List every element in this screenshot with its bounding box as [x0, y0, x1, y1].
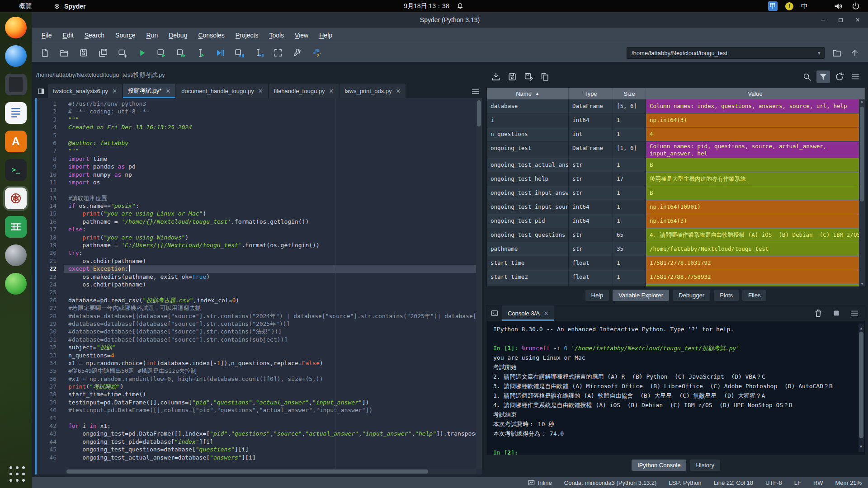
minimize-button[interactable]: [818, 15, 828, 25]
debug-cell-button[interactable]: [232, 46, 246, 60]
remove-console-icon[interactable]: [811, 307, 825, 319]
menu-view[interactable]: View: [289, 29, 314, 41]
console-output[interactable]: IPython 8.30.0 -- An enhanced Interactiv…: [487, 321, 865, 455]
variable-row[interactable]: start_timefloat11758172778.1031792: [487, 256, 865, 270]
menu-projects[interactable]: Projects: [230, 29, 264, 41]
close-icon[interactable]: ✕: [258, 88, 263, 94]
maximize-pane-button[interactable]: [271, 46, 285, 60]
editor-tab[interactable]: laws_print_ods.py✕: [340, 84, 406, 98]
close-icon[interactable]: ✕: [165, 88, 170, 94]
menu-source[interactable]: Source: [110, 29, 141, 41]
calc-icon[interactable]: [5, 216, 27, 238]
python-path-button[interactable]: [310, 46, 324, 60]
scrollbar-thumb[interactable]: [860, 107, 864, 202]
debug-selection-button[interactable]: [252, 46, 265, 60]
power-icon[interactable]: [851, 1, 861, 11]
copy-data-icon[interactable]: [538, 70, 552, 83]
menu-run[interactable]: Run: [141, 29, 163, 41]
variable-row[interactable]: iint641np.int64(3): [487, 113, 865, 127]
save-data-icon[interactable]: [505, 70, 519, 83]
code-area[interactable]: #!/usr/bin/env python3# -*- coding: utf-…: [64, 98, 482, 474]
scrollbar-thumb[interactable]: [859, 332, 863, 438]
menu-file[interactable]: File: [36, 29, 57, 41]
spyder-icon[interactable]: [5, 188, 27, 209]
console-tab[interactable]: Console 3/A ✕: [502, 305, 554, 321]
editor-options-icon[interactable]: [469, 84, 482, 98]
editor-vertical-scrollbar[interactable]: [476, 98, 482, 469]
up-directory-button[interactable]: [848, 46, 862, 60]
activities-overview-button[interactable]: 概覽: [19, 2, 32, 10]
pane-tab-variable-explorer[interactable]: Variable Explorer: [613, 290, 669, 301]
editor-tab[interactable]: 投顧考試.py*✕: [123, 84, 175, 98]
close-button[interactable]: [853, 15, 863, 25]
variable-row[interactable]: subjectstr2投顧: [487, 284, 865, 287]
editor-tab[interactable]: twstock_analysis6.py✕: [48, 84, 122, 98]
close-icon[interactable]: ✕: [544, 310, 549, 317]
close-icon[interactable]: ✕: [396, 88, 401, 94]
status-lsp-python[interactable]: LSP: Python: [669, 479, 701, 486]
console-bottom-tab-ipython-console[interactable]: IPython Console: [632, 460, 686, 471]
status-rw[interactable]: RW: [813, 479, 823, 486]
firefox-icon[interactable]: [5, 17, 27, 38]
status-mem-21-[interactable]: Mem 21%: [835, 479, 862, 486]
variable-row[interactable]: n_questionsint14: [487, 127, 865, 141]
variable-row[interactable]: ongoing_test_input_answerstr1B: [487, 186, 865, 200]
editor-tab[interactable]: filehandle_tougu.py✕: [269, 84, 339, 98]
maximize-button[interactable]: [835, 15, 845, 25]
working-directory-combobox[interactable]: /home/fattabby/Nextcloud/tougu_test ▼: [627, 47, 825, 59]
new-file-button[interactable]: [38, 46, 52, 60]
variable-row[interactable]: ongoing_test_pidint641np.int64(3): [487, 214, 865, 228]
run-cell-button[interactable]: [155, 46, 168, 60]
window-titlebar[interactable]: Spyder (Python 3.13): [32, 12, 868, 28]
column-header-name[interactable]: Name▲: [487, 88, 569, 99]
variable-row[interactable]: ongoing_test_actual_answerstr1B: [487, 158, 865, 172]
variable-row[interactable]: ongoing_testDataFrame[1, 6]Column names:…: [487, 141, 865, 158]
variable-row[interactable]: start_time2float11758172788.7758932: [487, 270, 865, 284]
tablet-icon[interactable]: [5, 74, 27, 95]
menu-tools[interactable]: Tools: [264, 29, 289, 41]
pane-tab-files[interactable]: Files: [742, 290, 766, 301]
status-utf-8[interactable]: UTF-8: [765, 479, 782, 486]
status-lf[interactable]: LF: [794, 479, 801, 486]
greenapp-icon[interactable]: [5, 273, 27, 295]
warning-badge-icon[interactable]: !: [785, 2, 793, 10]
scrollbar-thumb[interactable]: [477, 100, 481, 127]
variable-row[interactable]: ongoing_test_helpstr17後兩種是大型主機內建的專有作業系統: [487, 172, 865, 186]
browser-icon[interactable]: [5, 45, 27, 67]
ime-badge-icon[interactable]: 甲: [768, 1, 778, 11]
search-icon[interactable]: [800, 70, 814, 83]
column-header-size[interactable]: Size: [613, 88, 646, 99]
menu-debug[interactable]: Debug: [163, 29, 193, 41]
save-file-button[interactable]: [77, 46, 90, 60]
open-file-button[interactable]: [57, 46, 71, 60]
network-icon[interactable]: [816, 1, 826, 11]
preferences-button[interactable]: [291, 46, 304, 60]
settings-icon[interactable]: [5, 244, 27, 266]
open-directory-button[interactable]: [830, 46, 844, 60]
editor-horizontal-scrollbar[interactable]: [65, 469, 476, 474]
focused-app-menu[interactable]: Spyder: [53, 3, 85, 10]
code-editor[interactable]: 1234567891011121314151617181920212223242…: [35, 98, 482, 474]
table-vertical-scrollbar[interactable]: ▲▼: [859, 99, 865, 286]
status-line-22-col-18[interactable]: Line 22, Col 18: [714, 479, 753, 486]
run-file-button[interactable]: [135, 46, 149, 60]
new-cell-button[interactable]: [116, 46, 129, 60]
volume-icon[interactable]: [833, 1, 843, 11]
menu-edit[interactable]: Edit: [57, 29, 79, 41]
column-header-value[interactable]: Value: [646, 88, 865, 99]
pane-tab-debugger[interactable]: Debugger: [673, 290, 710, 301]
console-vertical-scrollbar[interactable]: ▲▼: [859, 324, 864, 452]
interrupt-kernel-icon[interactable]: [830, 307, 843, 319]
close-icon[interactable]: ✕: [329, 88, 334, 94]
variable-row[interactable]: ongoing_test_input_sourceint641np.int64(…: [487, 200, 865, 214]
pane-tab-plots[interactable]: Plots: [714, 290, 739, 301]
options-menu-icon[interactable]: [849, 70, 863, 83]
run-cell-advance-button[interactable]: [174, 46, 188, 60]
variable-row[interactable]: ongoing_test_questionsstr654. 請問哪種作業系統是自…: [487, 228, 865, 242]
appcenter-icon[interactable]: A: [5, 131, 27, 152]
run-selection-button[interactable]: [193, 46, 207, 60]
column-header-type[interactable]: Type: [569, 88, 613, 99]
browse-tabs-icon[interactable]: [35, 84, 47, 98]
menu-consoles[interactable]: Consoles: [193, 29, 230, 41]
editor-tab[interactable]: document_handle_tougu.py✕: [176, 84, 268, 98]
